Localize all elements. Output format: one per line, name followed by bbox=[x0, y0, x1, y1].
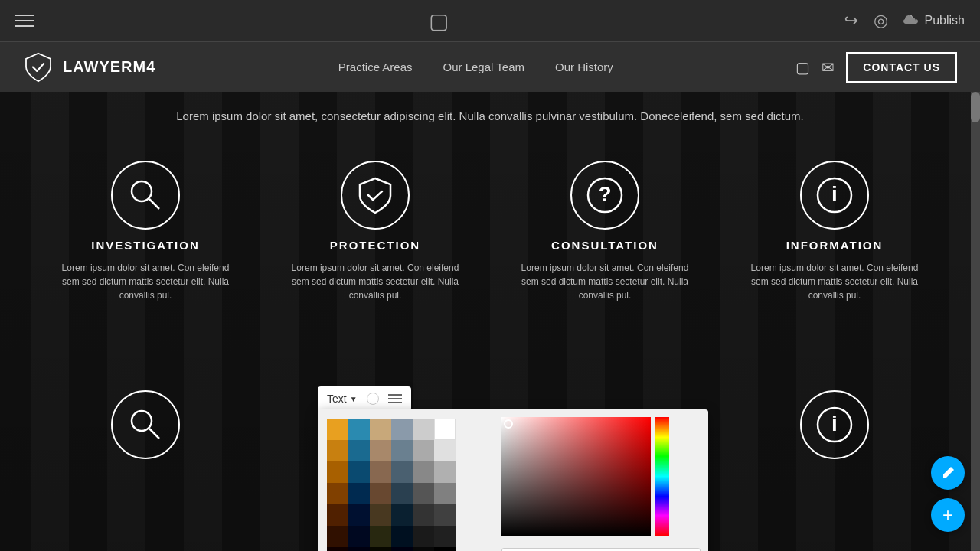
publish-button[interactable]: Publish bbox=[903, 14, 965, 28]
services-row-top: INVESTIGATION Lorem ipsum dolor sit amet… bbox=[0, 161, 980, 302]
toolbar-left bbox=[0, 15, 34, 27]
chevron-down-icon: ▼ bbox=[350, 395, 358, 403]
swatch[interactable] bbox=[370, 504, 391, 526]
gradient-area[interactable] bbox=[501, 417, 651, 536]
svg-point-0 bbox=[132, 181, 152, 201]
information-icon: i bbox=[800, 161, 869, 230]
investigation-title: INVESTIGATION bbox=[91, 239, 200, 252]
swatch[interactable] bbox=[348, 419, 370, 440]
swatch[interactable] bbox=[327, 483, 348, 504]
swatch[interactable] bbox=[348, 483, 370, 504]
swatch[interactable] bbox=[370, 419, 391, 440]
swatch[interactable] bbox=[413, 419, 434, 440]
swatch[interactable] bbox=[391, 483, 413, 504]
swatch-row-6 bbox=[327, 526, 485, 547]
swatch[interactable] bbox=[434, 504, 456, 526]
svg-line-7 bbox=[149, 429, 159, 439]
mobile-preview-icon[interactable]: ▢ bbox=[429, 8, 449, 34]
toolbar-right: ↩ ◎ Publish bbox=[844, 11, 980, 31]
swatch[interactable] bbox=[327, 419, 348, 440]
service-investigation: INVESTIGATION Lorem ipsum dolor sit amet… bbox=[61, 161, 230, 302]
investigation-desc: Lorem ipsum dolor sit amet. Con eleifend… bbox=[61, 261, 230, 302]
nav-icons: ▢ ✉ CONTACT US bbox=[795, 52, 957, 83]
swatch[interactable] bbox=[434, 440, 456, 461]
swatch[interactable] bbox=[413, 547, 434, 551]
swatch[interactable] bbox=[413, 461, 434, 483]
swatch[interactable] bbox=[370, 547, 391, 551]
preview-eye-icon[interactable]: ◎ bbox=[874, 11, 888, 31]
swatch[interactable] bbox=[413, 483, 434, 504]
swatch[interactable] bbox=[413, 526, 434, 547]
hamburger-menu[interactable] bbox=[15, 15, 34, 27]
site-navbar: LAWYERM4 Practice Areas Our Legal Team O… bbox=[0, 42, 980, 92]
swatch[interactable] bbox=[348, 504, 370, 526]
swatch[interactable] bbox=[327, 526, 348, 547]
color-picker-panel: Less < bbox=[318, 409, 708, 551]
email-icon[interactable]: ✉ bbox=[822, 58, 835, 77]
swatch-black[interactable] bbox=[434, 547, 456, 551]
fab-add-button[interactable]: + bbox=[931, 498, 965, 532]
consultation-title: CONSULTATION bbox=[551, 239, 658, 252]
swatch[interactable] bbox=[391, 461, 413, 483]
swatch-row-5 bbox=[327, 504, 485, 526]
mobile-icon[interactable]: ▢ bbox=[795, 58, 810, 77]
svg-line-1 bbox=[149, 199, 159, 209]
swatch[interactable] bbox=[327, 461, 348, 483]
svg-text:?: ? bbox=[598, 182, 611, 206]
swatch[interactable] bbox=[413, 504, 434, 526]
swatch[interactable] bbox=[370, 526, 391, 547]
main-content: Lorem ipsum dolor sit amet, consectetur … bbox=[0, 92, 980, 551]
service-information-2: i bbox=[750, 390, 919, 459]
swatch[interactable] bbox=[391, 504, 413, 526]
swatch[interactable] bbox=[434, 526, 456, 547]
swatch[interactable] bbox=[348, 440, 370, 461]
swatch[interactable] bbox=[391, 440, 413, 461]
swatch[interactable] bbox=[370, 461, 391, 483]
nav-history[interactable]: Our History bbox=[555, 60, 613, 73]
investigation-icon bbox=[111, 161, 180, 230]
nav-practice-areas[interactable]: Practice Areas bbox=[338, 60, 413, 73]
swatch[interactable] bbox=[391, 419, 413, 440]
text-toolbar-popup[interactable]: Text ▼ bbox=[318, 386, 411, 411]
swatch[interactable] bbox=[391, 526, 413, 547]
information-icon-2: i bbox=[800, 390, 869, 459]
hex-color-input[interactable] bbox=[501, 548, 701, 551]
swatch[interactable] bbox=[327, 504, 348, 526]
swatch-row-3 bbox=[327, 461, 485, 483]
fab-edit-button[interactable] bbox=[931, 456, 965, 490]
swatch[interactable] bbox=[434, 461, 456, 483]
swatch[interactable] bbox=[348, 547, 370, 551]
hex-input-container bbox=[494, 543, 708, 551]
hero-description: Lorem ipsum dolor sit amet, consectetur … bbox=[0, 107, 980, 126]
text-align-icon[interactable] bbox=[388, 394, 402, 403]
undo-icon[interactable]: ↩ bbox=[844, 11, 858, 31]
swatch[interactable] bbox=[434, 483, 456, 504]
protection-desc: Lorem ipsum dolor sit amet. Con eleifend… bbox=[291, 261, 459, 302]
swatch-row-4 bbox=[327, 483, 485, 504]
swatch[interactable] bbox=[327, 440, 348, 461]
hue-strip[interactable] bbox=[655, 417, 669, 536]
swatch[interactable] bbox=[370, 440, 391, 461]
information-desc: Lorem ipsum dolor sit amet. Con eleifend… bbox=[750, 261, 919, 302]
text-color-circle[interactable] bbox=[367, 393, 379, 405]
svg-text:i: i bbox=[831, 182, 838, 206]
swatch[interactable] bbox=[391, 547, 413, 551]
text-toolbar-label[interactable]: Text ▼ bbox=[327, 393, 358, 405]
site-logo[interactable]: LAWYERM4 bbox=[23, 52, 155, 83]
swatch[interactable] bbox=[327, 547, 348, 551]
nav-legal-team[interactable]: Our Legal Team bbox=[443, 60, 524, 73]
consultation-desc: Lorem ipsum dolor sit amet. Con eleifend… bbox=[521, 261, 689, 302]
scrollbar-thumb[interactable] bbox=[971, 92, 980, 122]
contact-us-button[interactable]: CONTACT US bbox=[846, 52, 957, 83]
swatch-white[interactable] bbox=[434, 419, 456, 440]
cloud-upload-icon bbox=[903, 15, 919, 27]
toolbar-center: ▢ bbox=[429, 8, 449, 34]
service-information: i INFORMATION Lorem ipsum dolor sit amet… bbox=[750, 161, 919, 302]
swatch[interactable] bbox=[370, 483, 391, 504]
swatch[interactable] bbox=[348, 526, 370, 547]
scrollbar[interactable] bbox=[971, 92, 980, 551]
swatch-row-7 bbox=[327, 547, 485, 551]
swatch[interactable] bbox=[348, 461, 370, 483]
service-consultation: ? CONSULTATION Lorem ipsum dolor sit ame… bbox=[521, 161, 689, 302]
swatch[interactable] bbox=[413, 440, 434, 461]
